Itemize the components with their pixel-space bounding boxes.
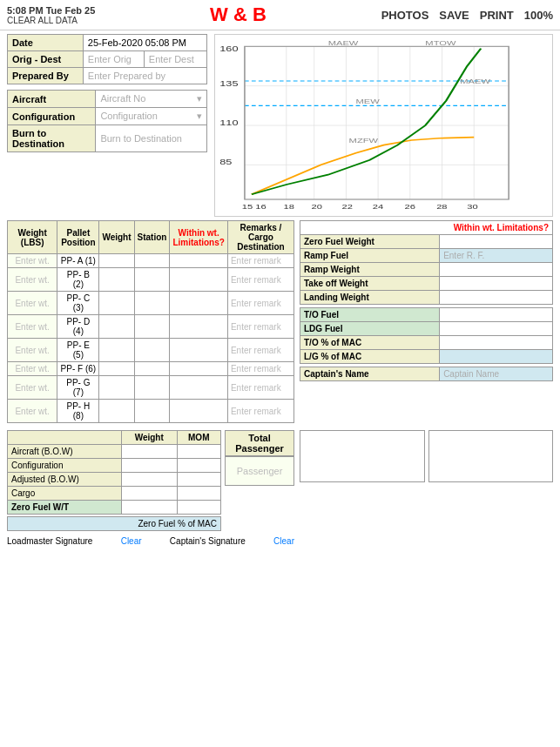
- save-button[interactable]: SAVE: [439, 9, 469, 22]
- to-mac-value[interactable]: [440, 336, 553, 350]
- row-weight-input-3[interactable]: [99, 315, 134, 339]
- ramp-weight-label: Ramp Weight: [300, 263, 440, 277]
- prepared-input[interactable]: Enter Prepared by: [83, 68, 206, 84]
- svg-rect-32: [245, 46, 509, 199]
- row-remark-2[interactable]: Enter remark: [227, 292, 293, 315]
- row-weight-1[interactable]: Enter wt.: [8, 268, 57, 292]
- row-station-7[interactable]: [134, 400, 170, 423]
- row-station-0[interactable]: [134, 254, 170, 268]
- aircraft-input[interactable]: Aircraft No ▾: [96, 91, 207, 108]
- row-station-3[interactable]: [134, 315, 170, 339]
- row-remark-7[interactable]: Enter remark: [227, 400, 293, 423]
- row-weight-input-2[interactable]: [99, 292, 134, 315]
- row-within-6[interactable]: [170, 376, 227, 400]
- ramp-fuel-input[interactable]: Enter R. F.: [440, 249, 553, 263]
- dest-input[interactable]: Enter Dest: [144, 51, 206, 68]
- cargo-weight[interactable]: [121, 487, 177, 501]
- orig-input[interactable]: Enter Orig: [83, 51, 144, 68]
- row-weight-input-4[interactable]: [99, 339, 134, 362]
- row-within-5[interactable]: [170, 362, 227, 376]
- row-weight-input-0[interactable]: [99, 254, 134, 268]
- row-weight-input-1[interactable]: [99, 268, 134, 292]
- clear-all-button[interactable]: CLEAR ALL DATA: [7, 16, 95, 25]
- row-within-1[interactable]: [170, 268, 227, 292]
- ramp-weight-value[interactable]: [440, 263, 553, 277]
- loadmaster-clear-button[interactable]: Clear: [121, 536, 142, 546]
- captain-name-input[interactable]: Captain Name: [440, 367, 553, 381]
- row-within-2[interactable]: [170, 292, 227, 315]
- zerofuel-mac-row: Zero Fuel % of MAC: [7, 516, 221, 531]
- row-within-3[interactable]: [170, 315, 227, 339]
- row-within-7[interactable]: [170, 400, 227, 423]
- row-weight-5[interactable]: Enter wt.: [8, 362, 57, 376]
- zero-fuel-weight-value[interactable]: [440, 235, 553, 249]
- mom-section: Weight MOM Aircraft (B.O.W) Configuratio…: [7, 430, 294, 531]
- within-wt-header: Within wt. Limitations?: [300, 221, 553, 235]
- main-section: Weight (LBS) PalletPosition Weight Stati…: [0, 220, 560, 423]
- row-weight-input-5[interactable]: [99, 362, 134, 376]
- row-weight-2[interactable]: Enter wt.: [8, 292, 57, 315]
- config-weight[interactable]: [121, 459, 177, 473]
- row-station-5[interactable]: [134, 362, 170, 376]
- row-station-2[interactable]: [134, 292, 170, 315]
- row-within-0[interactable]: [170, 254, 227, 268]
- landing-weight-label: Landing Weight: [300, 291, 440, 305]
- header: 5:08 PM Tue Feb 25 CLEAR ALL DATA W & B …: [0, 0, 560, 30]
- svg-text:85: 85: [219, 158, 232, 166]
- bow-mom[interactable]: [177, 445, 220, 459]
- row-remark-4[interactable]: Enter remark: [227, 339, 293, 362]
- photos-button[interactable]: PHOTOS: [381, 9, 429, 22]
- zerofuel-mac-display: Zero Fuel % of MAC: [7, 516, 221, 531]
- row-station-6[interactable]: [134, 376, 170, 400]
- row-remark-1[interactable]: Enter remark: [227, 268, 293, 292]
- lg-mac-value[interactable]: [440, 350, 553, 364]
- row-remark-5[interactable]: Enter remark: [227, 362, 293, 376]
- row-remark-0[interactable]: Enter remark: [227, 254, 293, 268]
- aircraft-dropdown-icon[interactable]: ▾: [197, 93, 202, 104]
- mom-table: Weight MOM Aircraft (B.O.W) Configuratio…: [7, 430, 221, 515]
- row-station-1[interactable]: [134, 268, 170, 292]
- ldg-fuel-value[interactable]: [440, 322, 553, 336]
- cargo-mom[interactable]: [177, 487, 220, 501]
- row-pallet-7: PP- H (8): [57, 400, 99, 423]
- mom-table-container: Weight MOM Aircraft (B.O.W) Configuratio…: [7, 430, 221, 531]
- captain-clear-button[interactable]: Clear: [273, 536, 294, 546]
- weight-table-row: Enter wt. PP- G (7) Enter remark: [8, 376, 294, 400]
- row-weight-0[interactable]: Enter wt.: [8, 254, 57, 268]
- config-input[interactable]: Configuration ▾: [96, 108, 207, 125]
- row-pallet-1: PP- B (2): [57, 268, 99, 292]
- row-weight-7[interactable]: Enter wt.: [8, 400, 57, 423]
- row-within-4[interactable]: [170, 339, 227, 362]
- bow-weight[interactable]: [121, 445, 177, 459]
- svg-text:24: 24: [373, 203, 384, 211]
- config-dropdown-icon[interactable]: ▾: [197, 111, 202, 122]
- row-weight-4[interactable]: Enter wt.: [8, 339, 57, 362]
- burn-input[interactable]: Burn to Destination: [96, 125, 207, 152]
- svg-text:MAEW: MAEW: [460, 77, 491, 85]
- row-remark-3[interactable]: Enter remark: [227, 315, 293, 339]
- captain-sig-box[interactable]: [428, 430, 554, 482]
- row-weight-input-7[interactable]: [99, 400, 134, 423]
- adj-bow-mom[interactable]: [177, 473, 220, 487]
- print-button[interactable]: PRINT: [480, 9, 514, 22]
- zero-fuel-wt-mom[interactable]: [177, 501, 220, 515]
- svg-text:MZFW: MZFW: [349, 137, 379, 145]
- header-left: 5:08 PM Tue Feb 25 CLEAR ALL DATA: [7, 5, 95, 25]
- adj-bow-weight[interactable]: [121, 473, 177, 487]
- takeoff-weight-value[interactable]: [440, 277, 553, 291]
- loadmaster-sig-box[interactable]: [300, 430, 425, 482]
- row-station-4[interactable]: [134, 339, 170, 362]
- config-mom[interactable]: [177, 459, 220, 473]
- to-fuel-value[interactable]: [440, 308, 553, 322]
- passenger-input[interactable]: Passenger: [225, 456, 294, 486]
- zero-fuel-wt-weight[interactable]: [121, 501, 177, 515]
- row-weight-3[interactable]: Enter wt.: [8, 315, 57, 339]
- mom-mom-col: MOM: [177, 431, 220, 445]
- row-remark-6[interactable]: Enter remark: [227, 376, 293, 400]
- lg-mac-label: L/G % of MAC: [300, 350, 440, 364]
- row-weight-input-6[interactable]: [99, 376, 134, 400]
- row-weight-6[interactable]: Enter wt.: [8, 376, 57, 400]
- config-label: Configuration: [8, 108, 96, 125]
- ramp-fuel-label: Ramp Fuel: [300, 249, 440, 263]
- landing-weight-value[interactable]: [440, 291, 553, 305]
